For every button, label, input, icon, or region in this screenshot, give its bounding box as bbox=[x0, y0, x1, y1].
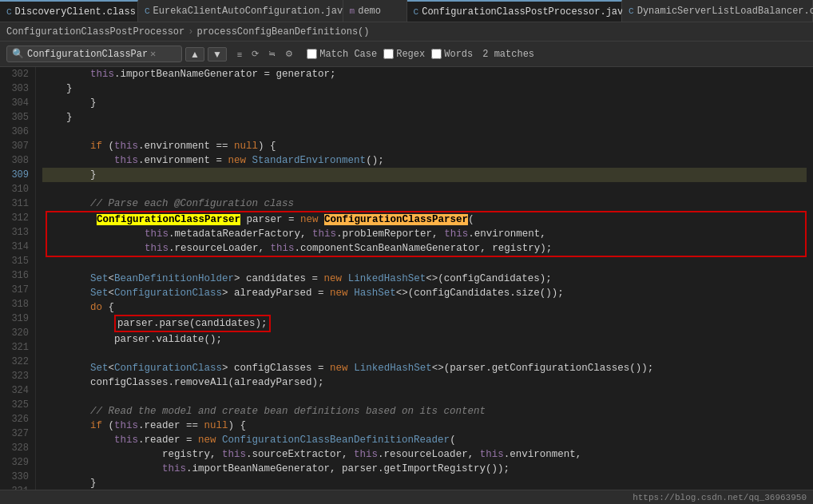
tab-label-demo: demo bbox=[358, 6, 381, 17]
breadcrumb-part-1[interactable]: ConfigurationClassPostProcessor bbox=[6, 26, 184, 38]
match-case-option[interactable]: Match Case bbox=[307, 49, 377, 60]
code-line-323: configClasses.removeAll(alreadyParsed); bbox=[42, 375, 807, 390]
tab-config[interactable]: C ConfigurationClassPostProcessor.java ✕ bbox=[407, 0, 623, 22]
line-numbers: 302 303 304 305 306 307 308 309 310 311 … bbox=[0, 67, 36, 490]
code-line-325: // Read the model and create bean defini… bbox=[42, 404, 807, 419]
match-case-label: Match Case bbox=[319, 49, 377, 60]
breadcrumb-part-2[interactable]: processConfigBeanDefinitions() bbox=[196, 26, 369, 38]
tab-label-dynamic: DynamicServerListLoadBalancer.cla bbox=[637, 6, 813, 17]
code-line-322: Set<ConfigurationClass> configClasses = … bbox=[42, 361, 807, 375]
code-line-305: } bbox=[42, 110, 807, 125]
words-option[interactable]: Words bbox=[431, 49, 473, 60]
tab-icon-discovery: C bbox=[6, 7, 12, 17]
code-line-319: parser.parse(candidates); bbox=[42, 315, 807, 332]
regex-option[interactable]: Regex bbox=[383, 49, 425, 60]
search-input-wrapper: 🔍 ✕ bbox=[6, 46, 182, 62]
tab-demo[interactable]: m demo bbox=[343, 0, 407, 22]
code-line-309: → } bbox=[42, 168, 807, 182]
status-bar: https://blog.csdn.net/qq_36963950 bbox=[0, 490, 813, 504]
search-input[interactable] bbox=[27, 49, 147, 60]
code-line-307: if (this.environment == null) { bbox=[42, 139, 807, 153]
search-icon: 🔍 bbox=[12, 48, 24, 60]
code-line-314: this.resourceLoader, this.componentScanB… bbox=[46, 241, 807, 257]
code-line-311: // Parse each @Configuration class bbox=[42, 196, 807, 211]
code-line-320: parser.validate(); bbox=[42, 332, 807, 347]
code-line-326: if (this.reader == null) { bbox=[42, 419, 807, 433]
search-tool-2[interactable]: ⟳ bbox=[248, 47, 263, 61]
match-count: 2 matches bbox=[482, 49, 534, 60]
code-line-308: this.environment = new StandardEnvironme… bbox=[42, 153, 807, 168]
search-settings[interactable]: ⚙ bbox=[281, 47, 297, 61]
code-line-312: ConfigurationClassParser parser = new Co… bbox=[46, 211, 807, 227]
code-line-317: Set<ConfigurationClass> alreadyParsed = … bbox=[42, 286, 807, 300]
breadcrumb-bar: ConfigurationClassPostProcessor › proces… bbox=[0, 22, 813, 42]
tab-discovery[interactable]: C DiscoveryClient.class ✕ bbox=[0, 0, 138, 22]
search-clear-icon[interactable]: ✕ bbox=[150, 48, 156, 60]
code-line-330: } bbox=[42, 476, 807, 490]
match-case-checkbox[interactable] bbox=[307, 49, 317, 59]
search-prev-button[interactable]: ▲ bbox=[185, 47, 204, 62]
tab-label-config: ConfigurationClassPostProcessor.java bbox=[422, 6, 629, 18]
tab-label-discovery: DiscoveryClient.class bbox=[15, 6, 136, 18]
words-checkbox[interactable] bbox=[431, 49, 442, 59]
tab-icon-dynamic: C bbox=[629, 6, 634, 16]
tab-eureka[interactable]: C EurekaClientAutoConfiguration.java ✕ bbox=[138, 0, 343, 22]
code-line-303: } bbox=[42, 81, 807, 96]
code-line-327: this.reader = new ConfigurationClassBean… bbox=[42, 433, 807, 447]
code-content[interactable]: this.importBeanNameGenerator = generator… bbox=[36, 67, 813, 490]
tab-icon-demo: m bbox=[350, 6, 355, 16]
regex-label: Regex bbox=[396, 49, 425, 60]
words-label: Words bbox=[444, 49, 473, 60]
search-tool-1[interactable]: ≡ bbox=[233, 47, 246, 61]
code-line-306 bbox=[42, 125, 807, 139]
code-line-318: do { bbox=[42, 300, 807, 315]
code-line-313: this.metadataReaderFactory, this.problem… bbox=[46, 227, 807, 241]
code-line-310 bbox=[42, 182, 807, 196]
code-line-321 bbox=[42, 347, 807, 361]
code-line-316: Set<BeanDefinitionHolder> candidates = n… bbox=[42, 272, 807, 286]
search-tools: ≡ ⟳ ≒ ⚙ bbox=[233, 47, 297, 61]
tab-icon-eureka: C bbox=[145, 6, 150, 16]
status-url: https://blog.csdn.net/qq_36963950 bbox=[633, 493, 807, 502]
search-options: Match Case Regex Words 2 matches bbox=[307, 49, 534, 60]
tab-icon-config: C bbox=[414, 7, 419, 17]
code-line-304: } bbox=[42, 96, 807, 110]
search-tool-3[interactable]: ≒ bbox=[264, 47, 280, 61]
search-bar: 🔍 ✕ ▲ ▼ ≡ ⟳ ≒ ⚙ Match Case Regex Words 2… bbox=[0, 42, 813, 67]
breadcrumb-separator: › bbox=[188, 26, 193, 38]
code-line-328: registry, this.sourceExtractor, this.res… bbox=[42, 447, 807, 462]
code-line-329: this.importBeanNameGenerator, parser.get… bbox=[42, 462, 807, 476]
search-next-button[interactable]: ▼ bbox=[208, 47, 227, 62]
tab-label-eureka: EurekaClientAutoConfiguration.java bbox=[153, 6, 349, 17]
regex-checkbox[interactable] bbox=[383, 49, 394, 59]
code-line-324 bbox=[42, 390, 807, 404]
code-area: 302 303 304 305 306 307 308 309 310 311 … bbox=[0, 67, 813, 490]
tab-bar: C DiscoveryClient.class ✕ C EurekaClient… bbox=[0, 0, 813, 22]
code-line-315 bbox=[42, 257, 807, 272]
code-line-302: this.importBeanNameGenerator = generator… bbox=[42, 67, 807, 81]
tab-dynamic[interactable]: C DynamicServerListLoadBalancer.cla bbox=[622, 0, 813, 22]
